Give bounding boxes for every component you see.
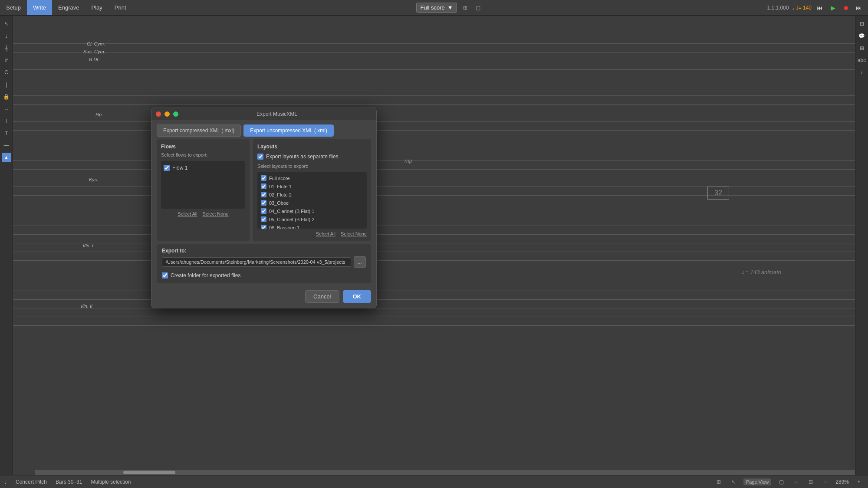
layout-oboe-checkbox[interactable] xyxy=(261,200,266,206)
menu-print[interactable]: Print xyxy=(108,0,132,15)
export-to-label: Export to: xyxy=(162,248,366,254)
note-spacing-icon[interactable]: ↔ xyxy=(791,477,801,487)
layout-full-score-checkbox[interactable] xyxy=(261,175,266,181)
status-bar: ♩ Concert Pitch Bars 30–31 Multiple sele… xyxy=(0,475,868,488)
create-folder-checkbox[interactable] xyxy=(162,272,168,278)
layout-flute2-checkbox[interactable] xyxy=(261,192,266,197)
status-right: ⊞ ↖ Page View ▢ ↔ ⊟ − 289% + xyxy=(714,477,864,487)
staff-line xyxy=(0,291,868,291)
staff-line xyxy=(0,104,868,105)
staff-line xyxy=(0,35,868,35)
export-separate-checkbox[interactable] xyxy=(257,154,263,160)
note-input-icon[interactable]: ♩ xyxy=(2,31,11,41)
staff-line xyxy=(0,95,868,96)
zoom-out-icon[interactable]: − xyxy=(821,477,830,487)
key-sig-icon[interactable]: # xyxy=(2,56,11,65)
concert-pitch-label[interactable]: Concert Pitch xyxy=(16,479,47,485)
zoom-in-icon[interactable]: + xyxy=(854,477,864,487)
cancel-button[interactable]: Cancel xyxy=(305,290,339,303)
layout-clarinet1-checkbox[interactable] xyxy=(261,208,266,214)
layouts-subtitle: Select layouts to export: xyxy=(257,164,367,169)
ok-button[interactable]: OK xyxy=(343,290,372,303)
staff-line xyxy=(0,252,868,252)
chevron-right-icon[interactable]: › xyxy=(857,68,867,77)
play-button[interactable]: ▶ xyxy=(828,3,838,13)
stop-button[interactable]: ⏭ xyxy=(854,3,864,13)
close-button[interactable] xyxy=(156,111,161,117)
bar-icon[interactable]: | xyxy=(2,80,11,89)
staff-line xyxy=(0,187,868,187)
grid-icon[interactable]: ⊞ xyxy=(714,477,723,487)
abc-icon[interactable]: abc xyxy=(857,56,867,65)
layouts-select-all[interactable]: Select All xyxy=(316,231,335,236)
flows-select-all[interactable]: Select All xyxy=(178,211,197,216)
layout-icon[interactable]: ⊞ xyxy=(460,3,470,13)
staff-line xyxy=(0,260,868,261)
staff-line xyxy=(0,234,868,235)
staff-line xyxy=(0,113,868,113)
layout-clarinet1: 04_Clarinet (B Flat) 1 xyxy=(259,207,365,215)
text-icon[interactable]: T xyxy=(2,128,11,138)
rewind-button[interactable]: ⏮ xyxy=(815,3,825,13)
layout-clarinet2-checkbox[interactable] xyxy=(261,216,266,222)
layout-oboe: 03_Oboe xyxy=(259,199,365,207)
menu-engrave[interactable]: Engrave xyxy=(52,0,85,15)
selection-label: Multiple selection xyxy=(91,479,131,485)
cursor-status-icon[interactable]: ↖ xyxy=(729,477,738,487)
menu-setup[interactable]: Setup xyxy=(0,0,27,15)
layout-bassoon1-checkbox[interactable] xyxy=(261,225,266,229)
bar-number: 32 xyxy=(707,187,729,200)
browse-button[interactable]: ... xyxy=(354,256,366,268)
slur-icon[interactable]: ⌢ xyxy=(2,104,11,114)
time-sig-icon[interactable]: C xyxy=(2,68,11,77)
tempo-marking: ♩ = 140 animato xyxy=(741,269,781,275)
lines-icon[interactable]: — xyxy=(2,141,11,150)
instrument-kys: Kys. xyxy=(89,177,98,182)
layouts-list: Full score 01_Flute 1 02_Flute 2 03_Oboe xyxy=(257,172,367,229)
flows-subtitle: Select flows to export: xyxy=(161,152,245,157)
dialog-title: Export MusicXML xyxy=(182,111,372,117)
menu-play[interactable]: Play xyxy=(85,0,108,15)
scrollbar-thumb[interactable] xyxy=(123,471,175,474)
export-musicxml-dialog: Export MusicXML Export compressed XML (.… xyxy=(151,108,377,308)
flow-1-label: Flow 1 xyxy=(172,165,187,171)
left-sidebar: ↖ ♩ 𝄞 # C | 🔒 ⌢ f T — ▲ xyxy=(0,16,13,475)
lock-icon[interactable]: 🔒 xyxy=(2,92,11,102)
score-scrollbar[interactable] xyxy=(35,470,855,475)
clef-icon[interactable]: 𝄞 xyxy=(2,43,11,53)
frame-icon[interactable]: ⊟ xyxy=(806,477,815,487)
flow-1-checkbox[interactable] xyxy=(164,165,170,171)
tab-compressed-xml[interactable]: Export compressed XML (.mxl) xyxy=(157,124,241,137)
cursor-icon[interactable]: ▲ xyxy=(2,153,11,162)
tab-area: Export compressed XML (.mxl) Export unco… xyxy=(151,120,376,139)
menu-write[interactable]: Write xyxy=(27,0,52,15)
layout-status-icon[interactable]: ▢ xyxy=(776,477,786,487)
comment-icon[interactable]: 💬 xyxy=(857,31,867,41)
staff-line xyxy=(0,308,868,308)
instrument-vln1: Vln. I xyxy=(82,243,93,248)
staff-line xyxy=(0,325,868,326)
record-button[interactable]: ⏺ xyxy=(841,3,851,13)
staff-line xyxy=(0,121,868,122)
plugin-icon[interactable]: ⊞ xyxy=(857,43,867,53)
layout-full-score: Full score xyxy=(259,174,365,182)
select-tool-icon[interactable]: ↖ xyxy=(2,19,11,29)
instrument-sus-cym: Sus. Cym. xyxy=(83,49,105,54)
score-selector[interactable]: Full score ▼ xyxy=(416,3,457,13)
minimize-button[interactable] xyxy=(164,111,170,117)
view-icon[interactable]: ▢ xyxy=(473,3,483,13)
export-path-input[interactable] xyxy=(162,257,351,267)
menu-center: Full score ▼ ⊞ ▢ xyxy=(132,3,767,13)
layout-flute1-checkbox[interactable] xyxy=(261,183,266,189)
properties-icon[interactable]: ⊟ xyxy=(857,19,867,29)
maximize-button[interactable] xyxy=(173,111,178,117)
zoom-level: 289% xyxy=(835,479,849,485)
menu-bar: Setup Write Engrave Play Print Full scor… xyxy=(0,0,868,16)
instrument-hp: Hp. xyxy=(95,112,103,117)
tab-uncompressed-xml[interactable]: Export uncompressed XML (.xml) xyxy=(243,124,334,137)
flows-select-none[interactable]: Select None xyxy=(203,211,229,216)
page-view-button[interactable]: Page View xyxy=(743,478,771,485)
dynamic-icon[interactable]: f xyxy=(2,116,11,126)
layouts-select-none[interactable]: Select None xyxy=(341,231,367,236)
staff-line xyxy=(0,243,868,243)
